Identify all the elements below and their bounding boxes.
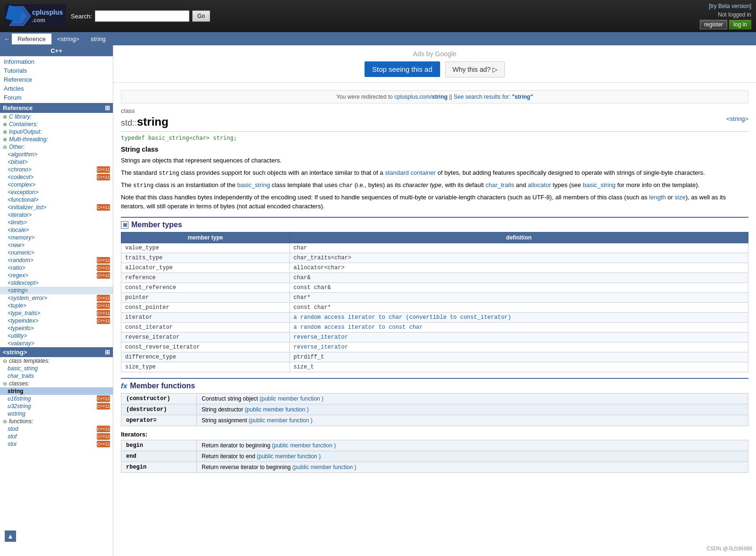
sidebar-item-forum[interactable]: Forum (0, 93, 113, 102)
def-link[interactable]: a random access iterator to const char (294, 324, 423, 331)
string-link-string[interactable]: string (8, 388, 23, 394)
ref-link-memory[interactable]: <memory> (8, 234, 34, 241)
expand-containers-icon[interactable]: ⊕ (3, 121, 7, 128)
standard-container-link[interactable]: standard container (385, 169, 436, 176)
iter-name-cell[interactable]: rbegin (121, 462, 197, 472)
tab-reference[interactable]: Reference (12, 34, 51, 44)
pub-func-link[interactable]: (public member function ) (272, 442, 336, 449)
ref-link-tuple[interactable]: <tuple> (8, 302, 26, 309)
ref-link-threading[interactable]: Multi-threading: (9, 136, 48, 143)
pub-func-link[interactable]: (public member function ) (292, 464, 356, 470)
go-button[interactable]: Go (192, 10, 210, 22)
ref-link-ratio[interactable]: <ratio> (8, 265, 25, 271)
ref-item-exception[interactable]: <exception> (0, 188, 113, 196)
ref-item-complex[interactable]: <complex> (0, 181, 113, 188)
ref-item-algorithm[interactable]: <algorithm> (0, 151, 113, 158)
ref-link-type-traits[interactable]: <type_traits> (8, 310, 40, 316)
ref-item-functional[interactable]: <functional> (0, 196, 113, 204)
allocator-link[interactable]: allocator (528, 181, 551, 188)
string-link-stod[interactable]: stod (8, 426, 18, 432)
ref-item-locale[interactable]: <locale> (0, 226, 113, 234)
ref-link-system-error[interactable]: <system_error> (8, 295, 47, 301)
ref-link-valarray[interactable]: <valarray> (8, 340, 34, 347)
def-link[interactable]: a random access iterator to char (conver… (294, 314, 511, 321)
scroll-top-button[interactable]: ▲ (5, 530, 16, 542)
tab-string[interactable]: string (85, 34, 111, 44)
collapse-other-icon[interactable]: ⊖ (3, 144, 7, 150)
ref-link-typeinfo[interactable]: <typeinfo> (8, 325, 34, 332)
sidebar-item-reference[interactable]: Reference (0, 75, 113, 84)
ref-item-bitset[interactable]: <bitset> (0, 158, 113, 166)
func-name-cell[interactable]: (destructor) (121, 404, 197, 415)
ref-link-bitset[interactable]: <bitset> (8, 159, 28, 165)
basic-string-link2[interactable]: basic_string (583, 181, 615, 188)
string-link-basic-string[interactable]: basic_string (8, 365, 38, 372)
expand-io-icon[interactable]: ⊕ (3, 129, 7, 135)
cplusplus-link[interactable]: cplusplus.com/string (394, 94, 448, 100)
pub-func-link[interactable]: (public member function ) (248, 417, 312, 424)
tab-string-header[interactable]: <string> (51, 34, 85, 44)
ref-link-numeric[interactable]: <numeric> (8, 249, 34, 256)
ref-link-containers[interactable]: Containers: (9, 121, 38, 128)
sidebar-item-information[interactable]: Information (0, 57, 113, 66)
func-name-cell[interactable]: (constructor) (121, 393, 197, 404)
ref-link-typeindex[interactable]: <typeindex> (8, 317, 38, 324)
string-link-stoi[interactable]: stoi (8, 441, 17, 447)
def-link[interactable]: reverse_iterator (294, 334, 348, 341)
ref-item-stdexcept[interactable]: <stdexcept> (0, 279, 113, 287)
ref-link-limits[interactable]: <limits> (8, 219, 27, 226)
ref-link-algorithm[interactable]: <algorithm> (8, 151, 37, 158)
collapse-class-templates-icon[interactable]: ⊖ (3, 358, 7, 364)
expand-clibrary-icon[interactable]: ⊕ (3, 114, 7, 120)
char-traits-link[interactable]: char_traits (485, 181, 514, 188)
logo[interactable]: cplusplus .com (5, 4, 66, 28)
search-results-link[interactable]: See search results for: "string" (454, 94, 533, 100)
func-name-cell[interactable]: operator= (121, 415, 197, 426)
stop-ad-button[interactable]: Stop seeing this ad (365, 61, 440, 77)
iter-name-cell[interactable]: begin (121, 440, 197, 451)
size-link[interactable]: size (675, 194, 686, 201)
ref-link-iterator[interactable]: <iterator> (8, 212, 32, 218)
ref-link-string[interactable]: <string> (8, 287, 28, 294)
reference-sidebar-icon[interactable]: ⊞ (105, 104, 110, 111)
collapse-classes-icon[interactable]: ⊖ (3, 381, 7, 387)
ref-link-functional[interactable]: <functional> (8, 197, 38, 203)
pub-func-link[interactable]: (public member function ) (257, 453, 321, 460)
string-header-link[interactable]: <string> (726, 115, 748, 122)
ref-link-complex[interactable]: <complex> (8, 181, 35, 188)
ref-link-regex[interactable]: <regex> (8, 272, 28, 279)
ref-link-io[interactable]: Input/Output: (9, 128, 42, 135)
pub-func-link[interactable]: (public member function ) (245, 406, 308, 413)
ref-link-initializer[interactable]: <initializer_list> (8, 204, 46, 211)
string-item-basic-string[interactable]: basic_string (0, 365, 113, 372)
ref-item-string[interactable]: <string> (0, 287, 113, 294)
ref-link-clibrary[interactable]: C library: (9, 113, 32, 120)
iter-name-cell[interactable]: end (121, 451, 197, 462)
pub-func-link[interactable]: (public member function ) (260, 395, 323, 402)
try-beta-link[interactable]: [try Beta version] (709, 3, 751, 9)
string-link-u32string[interactable]: u32string (8, 403, 31, 410)
ref-item-numeric[interactable]: <numeric> (0, 249, 113, 257)
expand-threading-icon[interactable]: ⊕ (3, 137, 7, 143)
ref-link-utility[interactable]: <utility> (8, 333, 27, 339)
ref-item-memory[interactable]: <memory> (0, 234, 113, 241)
def-link[interactable]: reverse_iterator (294, 344, 348, 351)
ref-link-other[interactable]: Other: (9, 144, 25, 150)
ref-item-iterator[interactable]: <iterator> (0, 211, 113, 219)
string-link-char-traits[interactable]: char_traits (8, 373, 34, 379)
sidebar-item-tutorials[interactable]: Tutorials (0, 66, 113, 75)
ref-item-valarray[interactable]: <valarray> (0, 340, 113, 347)
ref-link-exception[interactable]: <exception> (8, 189, 38, 196)
login-button[interactable]: log in (729, 20, 751, 29)
ref-link-random[interactable]: <random> (8, 257, 34, 264)
ref-item-new[interactable]: <new> (0, 241, 113, 249)
ref-link-new[interactable]: <new> (8, 242, 25, 248)
collapse-functions-icon[interactable]: ⊖ (3, 419, 7, 425)
basic-string-link[interactable]: basic_string (237, 181, 270, 188)
string-link-u16string[interactable]: u16string (8, 395, 31, 402)
ref-link-stdexcept[interactable]: <stdexcept> (8, 280, 38, 286)
ref-link-codecvt[interactable]: <codecvt> (8, 174, 34, 180)
ref-link-locale[interactable]: <locale> (8, 227, 29, 233)
string-link-stof[interactable]: stof (8, 433, 17, 440)
ref-item-limits[interactable]: <limits> (0, 219, 113, 226)
